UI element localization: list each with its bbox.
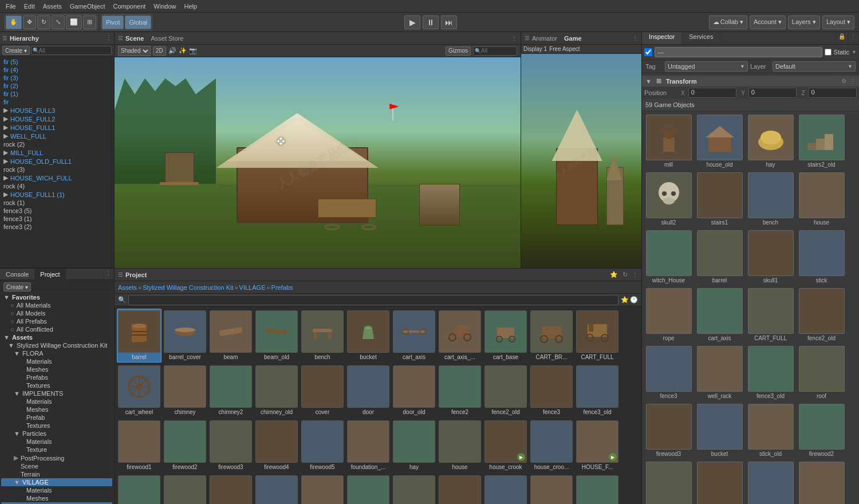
- transform-component-header[interactable]: ▼ ⊞ Transform ⚙ ⋮: [642, 76, 859, 86]
- fav-all-conflicted[interactable]: ○ All Conflicted: [1, 325, 112, 333]
- pause-button[interactable]: ⏸: [423, 15, 439, 29]
- asset-browser-icons[interactable]: ⭐: [610, 271, 618, 278]
- asset-search-input[interactable]: [128, 295, 618, 305]
- hierarchy-item-rock3[interactable]: rock (3): [1, 166, 113, 174]
- implements-item[interactable]: ▼ IMPLEMENTS: [1, 389, 112, 397]
- menu-gameobject[interactable]: GameObject: [66, 2, 109, 11]
- assets-section[interactable]: ▼ Assets: [1, 333, 112, 341]
- tag-dropdown[interactable]: Untagged ▼: [665, 61, 748, 72]
- asset-house-f2[interactable]: ▶ HOUSE_F...: [117, 474, 161, 504]
- asset-door[interactable]: door: [346, 364, 391, 418]
- asset-house-old[interactable]: house_old: [208, 474, 253, 504]
- asset-panel-icon[interactable]: ⋮: [632, 271, 638, 278]
- village-meshes[interactable]: Meshes: [1, 494, 112, 502]
- hierarchy-item-fir5[interactable]: fir (5): [1, 58, 113, 66]
- shading-dropdown[interactable]: Shaded: [118, 46, 151, 56]
- account-button[interactable]: Account ▾: [750, 15, 786, 29]
- gameobject-active-checkbox[interactable]: [644, 48, 652, 56]
- menu-assets[interactable]: Assets: [40, 2, 65, 11]
- search-history-icon[interactable]: 🕐: [630, 296, 638, 304]
- asset-refresh-icon[interactable]: ↻: [622, 271, 628, 278]
- hierarchy-item-housefull1-1[interactable]: ▶HOUSE_FULL1 (1): [1, 190, 113, 199]
- asset-store-title[interactable]: Asset Store: [146, 35, 188, 42]
- hierarchy-item-fir1[interactable]: fir (1): [1, 90, 113, 98]
- gameobject-name-input[interactable]: —: [657, 49, 664, 56]
- rotate-tool[interactable]: ↻: [37, 15, 50, 29]
- menu-component[interactable]: Component: [109, 2, 149, 11]
- go-bucket[interactable]: bucket: [695, 403, 744, 458]
- asset-roof-old[interactable]: roof_old: [529, 474, 574, 504]
- animator-title[interactable]: Animator: [532, 35, 557, 42]
- fav-all-materials[interactable]: ○ All Materials: [1, 301, 112, 309]
- go-firewood2[interactable]: firewood2: [797, 403, 846, 458]
- go-mill[interactable]: mill: [644, 113, 693, 169]
- impl-meshes[interactable]: Meshes: [1, 405, 112, 414]
- go-bench[interactable]: bench: [746, 171, 795, 227]
- asset-roof[interactable]: roof: [483, 474, 528, 504]
- asset-house-w[interactable]: ▶ HOUSE_W...: [300, 474, 345, 504]
- go-witch-house[interactable]: witch_House: [644, 229, 693, 285]
- inspector-lock-icon[interactable]: 🔒: [836, 32, 848, 44]
- go-stick[interactable]: stick: [797, 229, 846, 285]
- global-button[interactable]: Global: [125, 15, 151, 29]
- particles-item[interactable]: ▼ Particles: [1, 430, 112, 438]
- hierarchy-item-houseoLDfull[interactable]: ▶HOUSE_OLD_FULL1: [1, 157, 113, 166]
- village-item[interactable]: ▼ VILLAGE: [1, 478, 112, 486]
- asset-cart-wheel[interactable]: cart_wheel: [117, 364, 161, 418]
- go-firewood3[interactable]: firewood3: [644, 403, 693, 458]
- position-x[interactable]: 0: [688, 88, 737, 98]
- impl-textures[interactable]: Textures: [1, 422, 112, 430]
- flora-meshes[interactable]: Meshes: [1, 365, 112, 373]
- go-skull1[interactable]: skull1: [746, 229, 795, 285]
- asset-bench[interactable]: bench: [300, 309, 345, 363]
- console-tab[interactable]: Console: [0, 269, 34, 280]
- scene-title[interactable]: Scene: [125, 35, 144, 42]
- hierarchy-item-fir4[interactable]: fir (4): [1, 66, 113, 74]
- position-y[interactable]: 0: [748, 88, 797, 98]
- hierarchy-item-housewichfull[interactable]: ▶HOUSE_WICH_FULL: [1, 174, 113, 182]
- fav-all-models[interactable]: ○ All Models: [1, 309, 112, 317]
- path-stylized[interactable]: Stylized Willage Construction Kit: [143, 284, 233, 291]
- layer-dropdown[interactable]: Default ▼: [773, 61, 856, 72]
- 2d-button[interactable]: 2D: [153, 46, 166, 56]
- layers-button[interactable]: Layers ▾: [788, 15, 820, 29]
- hierarchy-item-rock1[interactable]: rock (1): [1, 199, 113, 207]
- particles-materials[interactable]: Materials: [1, 438, 112, 446]
- go-house-old[interactable]: house_old: [695, 113, 744, 169]
- go-stairs1[interactable]: stairs1: [695, 171, 744, 227]
- hierarchy-search-input[interactable]: [39, 48, 110, 54]
- asset-firewood5[interactable]: firewood5: [300, 419, 345, 472]
- asset-house-f1[interactable]: ▶ HOUSE_F...: [575, 419, 620, 472]
- path-village[interactable]: VILLAGE: [239, 284, 266, 291]
- asset-cover[interactable]: cover: [300, 364, 345, 418]
- impl-prefab[interactable]: Prefab: [1, 414, 112, 422]
- go-fence3-old[interactable]: fence3_old: [746, 345, 795, 400]
- camera-icon[interactable]: 📷: [189, 47, 197, 54]
- asset-mill[interactable]: mill: [346, 474, 391, 504]
- position-z[interactable]: 0: [808, 88, 857, 98]
- hierarchy-item-millfull[interactable]: ▶MILL_FULL: [1, 148, 113, 157]
- hierarchy-item-fence35[interactable]: fence3 (5): [1, 207, 113, 215]
- hierarchy-item-rock4[interactable]: rock (4): [1, 182, 113, 190]
- asset-house-f3[interactable]: ▶ HOUSE_F...: [163, 474, 207, 504]
- hierarchy-item-fir3[interactable]: fir (3): [1, 74, 113, 82]
- scene-canvas[interactable]: ✥ 人人都是产品经理: [115, 57, 521, 268]
- hierarchy-item-housefull3[interactable]: ▶HOUSE_FULL3: [1, 106, 113, 115]
- asset-firewood4[interactable]: firewood4: [254, 419, 299, 472]
- go-skull2[interactable]: skull2: [644, 171, 693, 227]
- hand-tool[interactable]: ✋: [6, 15, 22, 29]
- asset-bucket[interactable]: bucket: [346, 309, 391, 363]
- scene-item[interactable]: Scene: [1, 462, 112, 470]
- hierarchy-item-fence32[interactable]: fence3 (2): [1, 223, 113, 231]
- scene-panel-icon[interactable]: ⋮: [511, 35, 517, 41]
- asset-hay[interactable]: hay: [392, 419, 436, 472]
- menu-window[interactable]: Window: [150, 2, 179, 11]
- transform-all-tool[interactable]: ⊞: [83, 15, 96, 29]
- hierarchy-item-fir2[interactable]: fir (2): [1, 82, 113, 90]
- hierarchy-item-housefull1[interactable]: ▶HOUSE_FULL1: [1, 123, 113, 132]
- asset-beam-old[interactable]: beam_old: [254, 309, 299, 363]
- asset-cart-axis-2[interactable]: cart_axis_...: [438, 309, 482, 363]
- scene-search-input[interactable]: [481, 48, 515, 54]
- project-create-button[interactable]: Create ▾: [3, 282, 31, 292]
- go-fence3[interactable]: fence3: [644, 345, 693, 400]
